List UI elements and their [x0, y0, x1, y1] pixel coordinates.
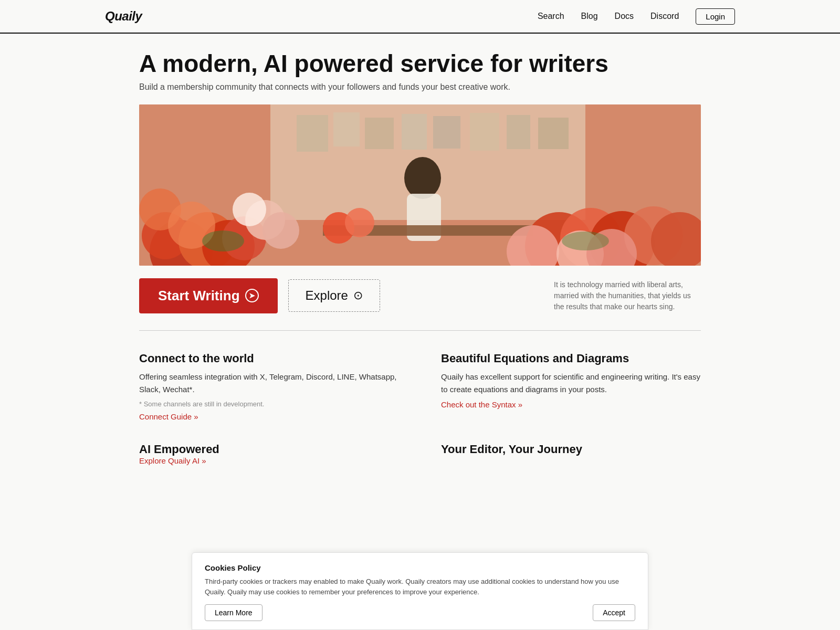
svg-rect-6 [433, 116, 460, 149]
feature-equations-text: Quaily has excellent support for scienti… [441, 371, 701, 396]
login-button[interactable]: Login [696, 8, 735, 25]
feature-connect-link[interactable]: Connect Guide » [139, 412, 198, 421]
main-content: A modern, AI powered service for writers… [139, 34, 701, 466]
svg-rect-4 [365, 118, 394, 149]
cookie-banner: Cookies Policy Third-party cookies or tr… [192, 552, 648, 630]
navigation: Quaily Search Blog Docs Discord Login [0, 0, 840, 34]
cookie-title: Cookies Policy [205, 563, 635, 572]
nav-search[interactable]: Search [538, 12, 564, 21]
cta-row: Start Writing ➤ Explore ⊙ It is technolo… [139, 278, 701, 313]
nav-discord[interactable]: Discord [650, 12, 679, 21]
cookie-actions: Learn More Accept [205, 604, 635, 621]
feature-equations-link[interactable]: Check out the Syntax » [441, 400, 522, 409]
explore-button[interactable]: Explore ⊙ [288, 279, 380, 312]
feature-equations-title: Beautiful Equations and Diagrams [441, 352, 701, 365]
feature-editor: Your Editor, Your Journey [441, 443, 701, 466]
svg-rect-5 [402, 114, 427, 150]
compass-icon: ⊙ [353, 289, 363, 302]
nav-blog[interactable]: Blog [581, 12, 598, 21]
svg-point-10 [404, 157, 441, 199]
features-grid: Connect to the world Offering seamless i… [139, 352, 701, 466]
svg-rect-3 [333, 112, 360, 146]
start-writing-button[interactable]: Start Writing ➤ [139, 278, 278, 313]
svg-rect-2 [297, 115, 328, 152]
brand-logo[interactable]: Quaily [105, 9, 142, 24]
svg-point-22 [262, 212, 299, 249]
learn-more-button[interactable]: Learn More [205, 604, 262, 621]
svg-point-24 [345, 208, 374, 237]
accept-button[interactable]: Accept [593, 604, 635, 621]
feature-ai-link[interactable]: Explore Quaily AI » [139, 456, 206, 465]
feature-ai-title: AI Empowered [139, 443, 399, 456]
nav-links: Search Blog Docs Discord Login [538, 8, 735, 25]
hero-title: A modern, AI powered service for writers [139, 50, 701, 77]
hero-subtitle: Build a membership community that connec… [139, 82, 701, 92]
arrow-icon: ➤ [245, 289, 259, 302]
svg-point-33 [202, 230, 244, 251]
feature-editor-title: Your Editor, Your Journey [441, 443, 701, 456]
section-divider [139, 330, 701, 331]
feature-connect: Connect to the world Offering seamless i… [139, 352, 399, 422]
svg-point-21 [233, 193, 266, 226]
nav-docs[interactable]: Docs [615, 12, 634, 21]
svg-rect-7 [470, 113, 499, 151]
hero-image [139, 104, 701, 266]
svg-point-34 [562, 232, 609, 250]
hero-quote: It is technology married with liberal ar… [554, 279, 701, 312]
svg-rect-9 [538, 118, 569, 149]
svg-rect-8 [507, 115, 530, 149]
feature-connect-note: * Some channels are still in development… [139, 400, 399, 408]
feature-connect-title: Connect to the world [139, 352, 399, 365]
feature-ai: AI Empowered Explore Quaily AI » [139, 443, 399, 466]
feature-connect-text: Offering seamless integration with X, Te… [139, 371, 399, 396]
cookie-text: Third-party cookies or trackers may enab… [205, 576, 635, 597]
feature-equations: Beautiful Equations and Diagrams Quaily … [441, 352, 701, 422]
